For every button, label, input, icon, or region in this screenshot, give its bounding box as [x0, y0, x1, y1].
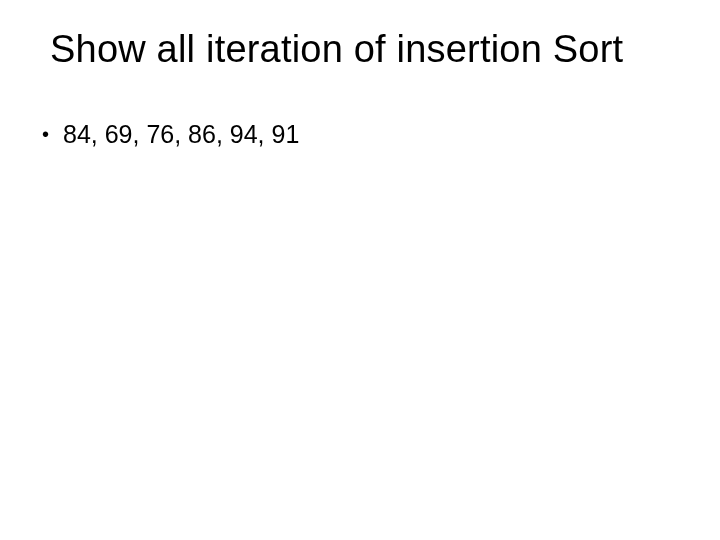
slide-container: Show all iteration of insertion Sort • 8…: [0, 0, 720, 540]
slide-content: • 84, 69, 76, 86, 94, 91: [40, 119, 680, 149]
list-item: • 84, 69, 76, 86, 94, 91: [40, 119, 680, 149]
slide-title: Show all iteration of insertion Sort: [50, 28, 680, 71]
bullet-text: 84, 69, 76, 86, 94, 91: [63, 119, 299, 149]
bullet-icon: •: [42, 119, 49, 149]
